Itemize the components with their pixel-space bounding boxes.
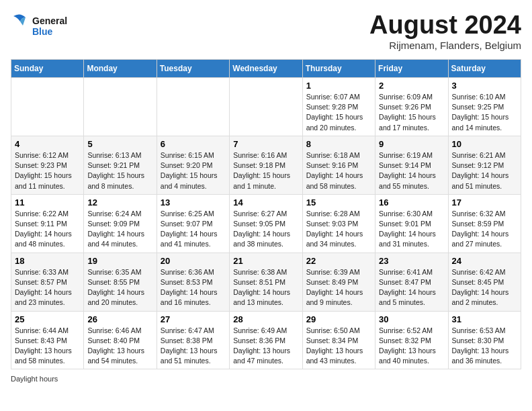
day-number: 15 bbox=[306, 197, 371, 208]
day-info: Sunrise: 6:28 AM Sunset: 9:03 PM Dayligh… bbox=[306, 209, 371, 250]
logo-text: General Blue bbox=[11, 11, 78, 43]
day-number: 29 bbox=[306, 314, 371, 324]
logo: General Blue bbox=[11, 11, 78, 43]
calendar-cell: 17Sunrise: 6:32 AM Sunset: 8:59 PM Dayli… bbox=[448, 194, 521, 253]
calendar-week-2: 4Sunrise: 6:12 AM Sunset: 9:23 PM Daylig… bbox=[11, 136, 521, 194]
day-info: Sunrise: 6:44 AM Sunset: 8:43 PM Dayligh… bbox=[15, 326, 80, 367]
day-number: 31 bbox=[452, 314, 517, 324]
calendar-cell: 26Sunrise: 6:46 AM Sunset: 8:40 PM Dayli… bbox=[84, 311, 157, 369]
svg-text:Blue: Blue bbox=[32, 26, 53, 37]
day-info: Sunrise: 6:15 AM Sunset: 9:20 PM Dayligh… bbox=[161, 150, 226, 191]
day-info: Sunrise: 6:12 AM Sunset: 9:23 PM Dayligh… bbox=[15, 150, 80, 191]
day-number: 11 bbox=[15, 197, 80, 208]
day-number: 1 bbox=[306, 81, 371, 91]
day-number: 17 bbox=[452, 197, 517, 208]
title-area: August 2024 Rijmenam, Flanders, Belgium bbox=[369, 11, 521, 51]
day-number: 28 bbox=[233, 314, 298, 324]
calendar-cell: 12Sunrise: 6:24 AM Sunset: 9:09 PM Dayli… bbox=[84, 194, 157, 253]
day-info: Sunrise: 6:07 AM Sunset: 9:28 PM Dayligh… bbox=[306, 92, 371, 133]
day-header-wednesday: Wednesday bbox=[230, 60, 302, 78]
day-info: Sunrise: 6:19 AM Sunset: 9:14 PM Dayligh… bbox=[379, 150, 444, 191]
day-number: 2 bbox=[379, 81, 444, 91]
month-year-title: August 2024 bbox=[369, 11, 521, 40]
day-info: Sunrise: 6:16 AM Sunset: 9:18 PM Dayligh… bbox=[233, 150, 298, 191]
daylight-label: Daylight hours bbox=[11, 375, 58, 383]
day-info: Sunrise: 6:36 AM Sunset: 8:53 PM Dayligh… bbox=[161, 267, 226, 308]
calendar-cell bbox=[157, 78, 229, 136]
calendar-cell: 9Sunrise: 6:19 AM Sunset: 9:14 PM Daylig… bbox=[375, 136, 448, 194]
day-number: 18 bbox=[15, 256, 80, 266]
day-header-saturday: Saturday bbox=[448, 60, 521, 78]
footer: Daylight hours bbox=[11, 375, 521, 383]
calendar-table: SundayMondayTuesdayWednesdayThursdayFrid… bbox=[11, 59, 521, 369]
calendar-week-3: 11Sunrise: 6:22 AM Sunset: 9:11 PM Dayli… bbox=[11, 194, 521, 253]
day-number: 24 bbox=[452, 256, 517, 266]
day-info: Sunrise: 6:30 AM Sunset: 9:01 PM Dayligh… bbox=[379, 209, 444, 250]
calendar-cell: 4Sunrise: 6:12 AM Sunset: 9:23 PM Daylig… bbox=[11, 136, 84, 194]
day-info: Sunrise: 6:18 AM Sunset: 9:16 PM Dayligh… bbox=[306, 150, 371, 191]
day-info: Sunrise: 6:33 AM Sunset: 8:57 PM Dayligh… bbox=[15, 267, 80, 308]
day-info: Sunrise: 6:52 AM Sunset: 8:32 PM Dayligh… bbox=[379, 326, 444, 367]
calendar-cell: 31Sunrise: 6:53 AM Sunset: 8:30 PM Dayli… bbox=[448, 311, 521, 369]
day-info: Sunrise: 6:53 AM Sunset: 8:30 PM Dayligh… bbox=[452, 326, 517, 367]
calendar-cell: 11Sunrise: 6:22 AM Sunset: 9:11 PM Dayli… bbox=[11, 194, 84, 253]
day-info: Sunrise: 6:35 AM Sunset: 8:55 PM Dayligh… bbox=[87, 267, 152, 308]
header: General Blue August 2024 Rijmenam, Fland… bbox=[11, 11, 521, 51]
day-info: Sunrise: 6:25 AM Sunset: 9:07 PM Dayligh… bbox=[161, 209, 226, 250]
day-info: Sunrise: 6:46 AM Sunset: 8:40 PM Dayligh… bbox=[87, 326, 152, 367]
day-info: Sunrise: 6:41 AM Sunset: 8:47 PM Dayligh… bbox=[379, 267, 444, 308]
day-number: 26 bbox=[87, 314, 152, 324]
day-number: 25 bbox=[15, 314, 80, 324]
calendar-cell: 5Sunrise: 6:13 AM Sunset: 9:21 PM Daylig… bbox=[84, 136, 157, 194]
day-number: 4 bbox=[15, 139, 80, 149]
day-number: 23 bbox=[379, 256, 444, 266]
calendar-cell bbox=[84, 78, 157, 136]
day-number: 14 bbox=[233, 197, 298, 208]
calendar-cell: 25Sunrise: 6:44 AM Sunset: 8:43 PM Dayli… bbox=[11, 311, 84, 369]
day-info: Sunrise: 6:22 AM Sunset: 9:11 PM Dayligh… bbox=[15, 209, 80, 250]
day-info: Sunrise: 6:13 AM Sunset: 9:21 PM Dayligh… bbox=[87, 150, 152, 191]
day-info: Sunrise: 6:24 AM Sunset: 9:09 PM Dayligh… bbox=[87, 209, 152, 250]
calendar-cell bbox=[11, 78, 84, 136]
days-header-row: SundayMondayTuesdayWednesdayThursdayFrid… bbox=[11, 60, 521, 78]
day-number: 20 bbox=[161, 256, 226, 266]
calendar-week-4: 18Sunrise: 6:33 AM Sunset: 8:57 PM Dayli… bbox=[11, 253, 521, 311]
day-number: 9 bbox=[379, 139, 444, 149]
calendar-week-5: 25Sunrise: 6:44 AM Sunset: 8:43 PM Dayli… bbox=[11, 311, 521, 369]
day-info: Sunrise: 6:49 AM Sunset: 8:36 PM Dayligh… bbox=[233, 326, 298, 367]
calendar-cell: 6Sunrise: 6:15 AM Sunset: 9:20 PM Daylig… bbox=[157, 136, 229, 194]
day-header-sunday: Sunday bbox=[11, 60, 84, 78]
day-number: 10 bbox=[452, 139, 517, 149]
day-header-monday: Monday bbox=[84, 60, 157, 78]
day-header-tuesday: Tuesday bbox=[157, 60, 229, 78]
calendar-cell: 3Sunrise: 6:10 AM Sunset: 9:25 PM Daylig… bbox=[448, 78, 521, 136]
day-info: Sunrise: 6:38 AM Sunset: 8:51 PM Dayligh… bbox=[233, 267, 298, 308]
calendar-week-1: 1Sunrise: 6:07 AM Sunset: 9:28 PM Daylig… bbox=[11, 78, 521, 136]
calendar-cell: 29Sunrise: 6:50 AM Sunset: 8:34 PM Dayli… bbox=[302, 311, 375, 369]
day-number: 7 bbox=[233, 139, 298, 149]
day-header-friday: Friday bbox=[375, 60, 448, 78]
calendar-cell: 7Sunrise: 6:16 AM Sunset: 9:18 PM Daylig… bbox=[230, 136, 302, 194]
svg-text:General: General bbox=[32, 15, 67, 26]
day-info: Sunrise: 6:27 AM Sunset: 9:05 PM Dayligh… bbox=[233, 209, 298, 250]
calendar-cell: 28Sunrise: 6:49 AM Sunset: 8:36 PM Dayli… bbox=[230, 311, 302, 369]
calendar-cell: 14Sunrise: 6:27 AM Sunset: 9:05 PM Dayli… bbox=[230, 194, 302, 253]
day-number: 12 bbox=[87, 197, 152, 208]
day-number: 3 bbox=[452, 81, 517, 91]
calendar-cell: 21Sunrise: 6:38 AM Sunset: 8:51 PM Dayli… bbox=[230, 253, 302, 311]
calendar-cell: 23Sunrise: 6:41 AM Sunset: 8:47 PM Dayli… bbox=[375, 253, 448, 311]
day-info: Sunrise: 6:39 AM Sunset: 8:49 PM Dayligh… bbox=[306, 267, 371, 308]
day-info: Sunrise: 6:21 AM Sunset: 9:12 PM Dayligh… bbox=[452, 150, 517, 191]
calendar-cell: 16Sunrise: 6:30 AM Sunset: 9:01 PM Dayli… bbox=[375, 194, 448, 253]
day-info: Sunrise: 6:09 AM Sunset: 9:26 PM Dayligh… bbox=[379, 92, 444, 133]
day-number: 19 bbox=[87, 256, 152, 266]
day-header-thursday: Thursday bbox=[302, 60, 375, 78]
day-number: 16 bbox=[379, 197, 444, 208]
day-number: 27 bbox=[161, 314, 226, 324]
day-info: Sunrise: 6:47 AM Sunset: 8:38 PM Dayligh… bbox=[161, 326, 226, 367]
day-number: 8 bbox=[306, 139, 371, 149]
calendar-cell: 15Sunrise: 6:28 AM Sunset: 9:03 PM Dayli… bbox=[302, 194, 375, 253]
calendar-cell: 18Sunrise: 6:33 AM Sunset: 8:57 PM Dayli… bbox=[11, 253, 84, 311]
day-number: 6 bbox=[161, 139, 226, 149]
calendar-cell: 30Sunrise: 6:52 AM Sunset: 8:32 PM Dayli… bbox=[375, 311, 448, 369]
